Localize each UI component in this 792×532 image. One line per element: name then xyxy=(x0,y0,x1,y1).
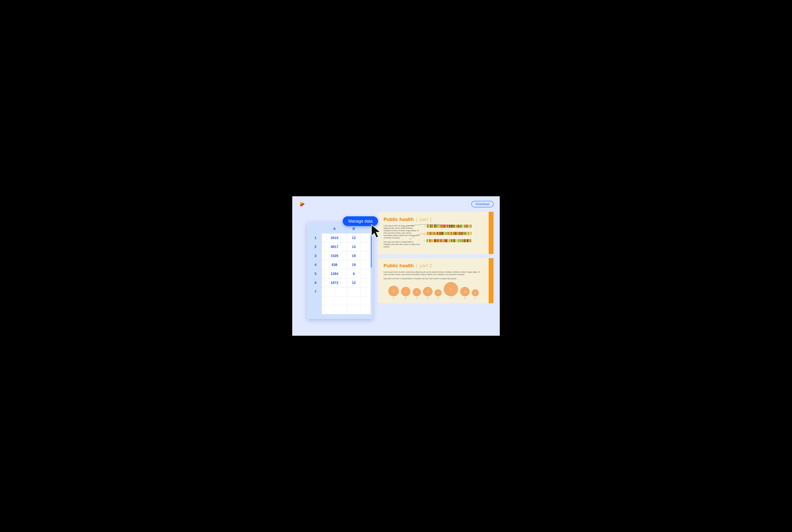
cell[interactable]: 19 xyxy=(347,260,360,269)
download-button[interactable]: Download xyxy=(472,201,494,207)
table-row: 3152618 xyxy=(309,251,371,260)
bubble-label: F xyxy=(450,297,452,299)
panel-accent-stripe xyxy=(489,258,494,303)
bubble-label: E xyxy=(438,297,439,299)
barcode-label: C xyxy=(423,240,425,242)
cell[interactable]: 13 xyxy=(347,242,360,251)
bubble-item: 50B xyxy=(401,287,410,299)
cell[interactable] xyxy=(361,242,371,251)
cell[interactable] xyxy=(347,305,360,314)
bubble-item: 40C xyxy=(412,288,421,299)
row-header-blank xyxy=(309,224,322,233)
row-num[interactable]: 2 xyxy=(309,242,322,251)
panel-title: Public health | part 1 xyxy=(384,217,483,222)
table-row: 1261512 xyxy=(309,233,371,242)
table-row: 6187212 xyxy=(309,278,371,287)
bubble-item: 50G xyxy=(460,287,469,299)
cell[interactable] xyxy=(347,296,360,305)
cell[interactable] xyxy=(361,305,371,314)
table-row: 512846 xyxy=(309,269,371,278)
cell[interactable]: 4817 xyxy=(322,242,347,251)
app-frame: Download Manage data A xyxy=(292,196,500,336)
bubble: 50 xyxy=(423,287,432,296)
bubble-chart: 60A50B40C50D30E90F50G30H xyxy=(384,282,483,299)
report-panel-2: Public health | part 2 Lorem ipsum dolor… xyxy=(379,258,494,303)
row-num[interactable]: 5 xyxy=(309,269,322,278)
bubble-item: 30H xyxy=(472,289,479,299)
cell[interactable]: 1872 xyxy=(322,278,347,287)
cell[interactable]: 18 xyxy=(347,251,360,260)
table-row: 493819 xyxy=(309,260,371,269)
cell[interactable] xyxy=(361,296,371,305)
bubble: 60 xyxy=(388,286,399,296)
row-num[interactable]: 3 xyxy=(309,251,322,260)
spreadsheet-card: Manage data A B xyxy=(307,222,373,319)
barcode-c xyxy=(426,239,472,242)
table-row xyxy=(309,296,371,305)
panel-accent-stripe xyxy=(489,212,494,254)
cell[interactable]: 2615 xyxy=(322,233,347,242)
col-header-a[interactable]: A xyxy=(322,224,347,233)
cell[interactable] xyxy=(347,287,360,296)
cell[interactable] xyxy=(322,305,347,314)
cell[interactable]: 1526 xyxy=(322,251,347,260)
bubble: 90 xyxy=(444,282,458,296)
table-row: 2481713 xyxy=(309,242,371,251)
spreadsheet-column: Manage data A B xyxy=(298,212,373,329)
row-num[interactable]: 6 xyxy=(309,278,322,287)
row-num[interactable] xyxy=(309,305,322,314)
cell[interactable] xyxy=(361,278,371,287)
cell[interactable] xyxy=(361,287,371,296)
panel-title: Public health | part 2 xyxy=(384,263,483,268)
table-row: 7 xyxy=(309,287,371,296)
bubble-item: 30E xyxy=(435,289,442,299)
barcode-label: B xyxy=(423,233,425,234)
barcode-b xyxy=(426,232,472,235)
bubble-label: H xyxy=(475,297,476,299)
cell[interactable] xyxy=(361,251,371,260)
panel-text: Duis aute irure dolor in reprehenderit i… xyxy=(384,241,420,248)
bubble: 40 xyxy=(412,288,421,296)
table-row xyxy=(309,305,371,314)
panel-text: Lorem ipsum dolor sit amet, consectetur … xyxy=(384,271,483,276)
cell[interactable] xyxy=(361,269,371,278)
row-num[interactable]: 7 xyxy=(309,287,322,296)
bubble-label: B xyxy=(405,297,406,299)
spreadsheet[interactable]: A B 1261512 2481713 3152618 493819 51284… xyxy=(307,222,373,319)
bubble-item: 60A xyxy=(388,286,399,299)
row-num[interactable]: 1 xyxy=(309,233,322,242)
bubble: 30 xyxy=(472,289,479,296)
row-num[interactable] xyxy=(309,296,322,305)
bubble-item: 50D xyxy=(423,287,432,299)
logo-icon xyxy=(298,201,306,208)
panel-text: Duis aute irure dolor in reprehenderit i… xyxy=(384,278,483,280)
bubble-label: D xyxy=(427,297,428,299)
cell[interactable]: 12 xyxy=(347,233,360,242)
preview-column: Public health | part 1 Lorem ipsum dolor… xyxy=(379,212,494,329)
bubble-label: A xyxy=(393,297,394,299)
report-panel-1: Public health | part 1 Lorem ipsum dolor… xyxy=(379,212,494,254)
cell[interactable] xyxy=(361,260,371,269)
bubble: 50 xyxy=(401,287,410,296)
cell[interactable] xyxy=(322,296,347,305)
cell[interactable]: 1284 xyxy=(322,269,347,278)
bubble-label: C xyxy=(416,297,418,299)
bubble: 30 xyxy=(435,289,442,296)
cell[interactable]: 12 xyxy=(347,278,360,287)
cell[interactable]: 938 xyxy=(322,260,347,269)
cell[interactable] xyxy=(322,287,347,296)
data-table: A B 1261512 2481713 3152618 493819 51284… xyxy=(309,224,371,314)
content-area: Manage data A B xyxy=(292,210,500,336)
bubble: 50 xyxy=(460,287,469,296)
bubble-item: 90F xyxy=(444,282,458,299)
barcode-chart: A B C xyxy=(423,225,483,250)
barcode-a xyxy=(426,225,472,228)
panel-text: Lorem ipsum dolor sit amet, consectetur … xyxy=(384,225,420,239)
cursor-icon xyxy=(370,224,382,240)
bubble-label: G xyxy=(464,297,465,299)
barcode-label: A xyxy=(423,226,425,227)
top-bar: Download xyxy=(292,196,500,210)
row-num[interactable]: 4 xyxy=(309,260,322,269)
cell[interactable]: 6 xyxy=(347,269,360,278)
cell[interactable] xyxy=(361,233,371,242)
